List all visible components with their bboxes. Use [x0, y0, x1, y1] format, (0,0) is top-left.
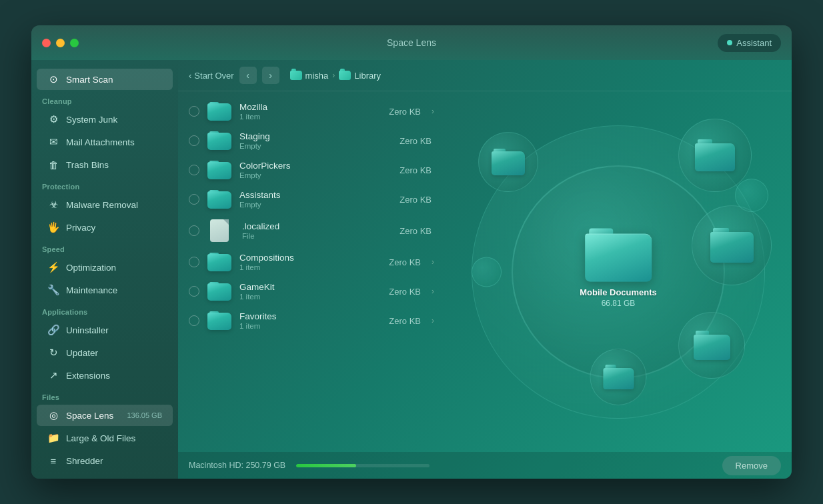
uninstaller-icon: 🔗	[47, 324, 59, 336]
sidebar-item-trash-bins[interactable]: 🗑 Trash Bins	[37, 154, 173, 175]
visualization-area: Mobile Documents 66.81 GB	[445, 91, 792, 452]
privacy-icon: 🖐	[47, 221, 59, 233]
traffic-lights	[42, 39, 79, 47]
breadcrumb: misha › Library	[290, 71, 381, 81]
titlebar-right: Assistant	[718, 34, 781, 52]
file-info: Compositions 1 item	[239, 253, 381, 271]
assistant-label: Assistant	[736, 38, 772, 48]
sidebar-item-smart-scan[interactable]: ⊙ Smart Scan	[37, 69, 173, 90]
file-sub: Empty	[239, 201, 391, 209]
maximize-button[interactable]	[70, 39, 79, 47]
file-size: Zero KB	[389, 257, 421, 267]
sidebar-item-space-lens[interactable]: ◎ Space Lens 136.05 GB	[37, 405, 173, 426]
main-split: Mozilla 1 item Zero KB ›	[178, 91, 792, 452]
list-item[interactable]: Staging Empty Zero KB	[178, 126, 445, 155]
file-name: GameKit	[239, 282, 381, 292]
file-name: ColorPickers	[239, 161, 391, 171]
titlebar: Space Lens Assistant	[31, 25, 792, 60]
list-item[interactable]: Favorites 1 item Zero KB ›	[178, 306, 445, 335]
close-button[interactable]	[42, 39, 51, 47]
folder-icon-2	[339, 71, 351, 80]
shredder-icon: ≡	[47, 455, 59, 467]
bubble-chart: Mobile Documents 66.81 GB	[458, 112, 778, 432]
center-folder-name: Mobile Documents	[580, 287, 657, 297]
sidebar-malware-label: Malware Removal	[66, 200, 138, 210]
sidebar-item-large-old-files[interactable]: 📁 Large & Old Files	[37, 427, 173, 449]
sidebar-maintenance-label: Maintenance	[66, 285, 117, 295]
list-item[interactable]: GameKit 1 item Zero KB ›	[178, 277, 445, 306]
file-name: .localized	[242, 221, 391, 231]
section-label-cleanup: Cleanup	[31, 91, 178, 108]
file-checkbox[interactable]	[189, 225, 199, 236]
file-name: Compositions	[239, 253, 381, 263]
file-checkbox[interactable]	[189, 165, 199, 175]
file-sub: 1 item	[239, 322, 381, 330]
nav-back-button[interactable]: ‹	[239, 67, 257, 84]
section-label-protection: Protection	[31, 176, 178, 193]
sidebar-item-shredder[interactable]: ≡ Shredder	[37, 450, 173, 471]
center-folder[interactable]: Mobile Documents 66.81 GB	[580, 228, 657, 307]
file-info: ColorPickers Empty	[239, 161, 391, 179]
sidebar-item-malware-removal[interactable]: ☣ Malware Removal	[37, 194, 173, 215]
sat-bubble-bottom-right[interactable]	[678, 312, 745, 379]
minimize-button[interactable]	[56, 39, 65, 47]
sidebar-item-extensions[interactable]: ↗ Extensions	[37, 365, 173, 386]
folder-icon	[207, 161, 231, 179]
list-item[interactable]: Assistants Empty Zero KB	[178, 185, 445, 214]
file-checkbox[interactable]	[189, 286, 199, 297]
sidebar-privacy-label: Privacy	[66, 223, 95, 233]
center-folder-icon	[585, 228, 652, 281]
optimization-icon: ⚡	[47, 261, 59, 273]
file-info: Staging Empty	[239, 131, 391, 150]
breadcrumb-item-misha[interactable]: misha	[290, 71, 329, 81]
assistant-button[interactable]: Assistant	[718, 34, 781, 52]
file-name: Mozilla	[239, 102, 381, 112]
sidebar-large-files-label: Large & Old Files	[66, 433, 135, 443]
center-folder-size: 66.81 GB	[580, 298, 657, 307]
section-label-applications: Applications	[31, 301, 178, 319]
space-lens-icon: ◎	[47, 409, 59, 421]
nav-forward-button[interactable]: ›	[262, 67, 279, 84]
file-sub: 1 item	[239, 293, 381, 301]
mail-icon: ✉	[47, 136, 59, 148]
sidebar-item-system-junk[interactable]: ⚙ System Junk	[37, 109, 173, 130]
sat-bubble-top-left[interactable]	[478, 132, 538, 192]
file-info: Favorites 1 item	[239, 311, 381, 330]
file-checkbox[interactable]	[189, 135, 199, 146]
sat-bubble-bottom[interactable]	[590, 349, 647, 405]
sat-bubble-right[interactable]	[692, 205, 772, 285]
sidebar-smart-scan-label: Smart Scan	[66, 75, 113, 85]
sidebar-item-optimization[interactable]: ⚡ Optimization	[37, 257, 173, 278]
file-checkbox[interactable]	[189, 257, 199, 267]
file-size: Zero KB	[389, 287, 421, 297]
sidebar-item-mail-attachments[interactable]: ✉ Mail Attachments	[37, 131, 173, 153]
list-item[interactable]: ColorPickers Empty Zero KB	[178, 155, 445, 185]
sidebar-item-uninstaller[interactable]: 🔗 Uninstaller	[37, 319, 173, 341]
sidebar-shredder-label: Shredder	[66, 456, 103, 466]
sidebar-item-updater[interactable]: ↻ Updater	[37, 342, 173, 363]
list-item[interactable]: Compositions 1 item Zero KB ›	[178, 247, 445, 277]
list-item[interactable]: Mozilla 1 item Zero KB ›	[178, 97, 445, 126]
progress-bar-fill	[296, 464, 356, 467]
sat-bubble-small-left[interactable]	[472, 257, 502, 287]
section-label-files: Files	[31, 387, 178, 404]
file-info: .localized File	[242, 221, 391, 240]
maintenance-icon: 🔧	[47, 284, 59, 296]
file-size: Zero KB	[399, 195, 432, 205]
file-checkbox[interactable]	[189, 106, 199, 117]
file-checkbox[interactable]	[189, 194, 199, 205]
sat-bubble-small-tr[interactable]	[735, 179, 768, 212]
content-area: ⊙ Smart Scan Cleanup ⚙ System Junk ✉ Mai…	[31, 60, 792, 479]
start-over-button[interactable]: ‹ Start Over	[189, 71, 234, 81]
sat-bubble-top-right[interactable]	[678, 119, 752, 192]
list-item[interactable]: .localized File Zero KB	[178, 214, 445, 247]
satellite-folder-icon	[694, 331, 730, 360]
remove-button[interactable]: Remove	[722, 456, 781, 475]
file-checkbox[interactable]	[189, 315, 199, 326]
file-name: Favorites	[239, 311, 381, 321]
breadcrumb-item-library[interactable]: Library	[339, 71, 381, 81]
sidebar-item-privacy[interactable]: 🖐 Privacy	[37, 217, 173, 238]
sidebar-item-maintenance[interactable]: 🔧 Maintenance	[37, 279, 173, 301]
file-size: Zero KB	[399, 165, 432, 175]
folder-icon	[207, 311, 231, 330]
